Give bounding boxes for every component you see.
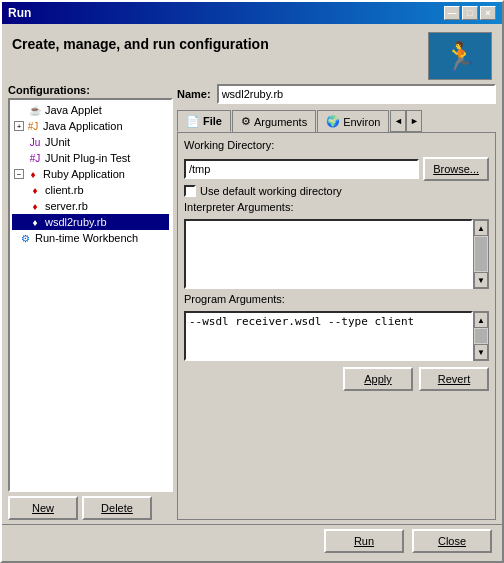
new-button[interactable]: New bbox=[8, 496, 78, 520]
tree-item-ruby-application[interactable]: − ♦ Ruby Application bbox=[12, 166, 169, 182]
prog-scroll-down-btn[interactable]: ▼ bbox=[474, 344, 488, 360]
tree-item-runtime-workbench[interactable]: ⚙ Run-time Workbench bbox=[12, 230, 169, 246]
server-rb-icon: ♦ bbox=[28, 199, 42, 213]
tree-item-java-applet[interactable]: ☕ Java Applet bbox=[12, 102, 169, 118]
tabs-row: 📄 File ⚙ Arguments 🌍 Environ ◄ ► bbox=[177, 110, 496, 132]
java-applet-label: Java Applet bbox=[45, 104, 102, 116]
apply-revert-row: Apply Revert bbox=[184, 367, 489, 391]
run-button[interactable]: Run bbox=[324, 529, 404, 553]
browse-button[interactable]: Browse... bbox=[423, 157, 489, 181]
configurations-label: Configurations: bbox=[8, 84, 173, 96]
file-tab-label: File bbox=[203, 115, 222, 127]
left-panel: Configurations: ☕ Java Applet + #J Java … bbox=[8, 84, 173, 520]
working-dir-row: Browse... bbox=[184, 157, 489, 181]
tab-arguments[interactable]: ⚙ Arguments bbox=[232, 110, 316, 132]
tree-item-junit-plugin[interactable]: #J JUnit Plug-in Test bbox=[12, 150, 169, 166]
main-content: Configurations: ☕ Java Applet + #J Java … bbox=[2, 80, 502, 524]
tree-item-wsdl2ruby-rb[interactable]: ♦ wsdl2ruby.rb bbox=[12, 214, 169, 230]
run-dialog: Run — □ × Create, manage, and run config… bbox=[0, 0, 504, 563]
use-default-label: Use default working directory bbox=[200, 185, 342, 197]
env-tab-label: Environ bbox=[343, 116, 380, 128]
run-icon-banner: 🏃 bbox=[428, 32, 492, 80]
interpreter-args-label: Interpreter Arguments: bbox=[184, 201, 489, 213]
junit-label: JUnit bbox=[45, 136, 70, 148]
tree-item-server-rb[interactable]: ♦ server.rb bbox=[12, 198, 169, 214]
program-args-area: ▲ ▼ bbox=[184, 311, 489, 361]
wsdl2ruby-icon: ♦ bbox=[28, 215, 42, 229]
tree-item-client-rb[interactable]: ♦ client.rb bbox=[12, 182, 169, 198]
interpreter-args-area: ▲ ▼ bbox=[184, 219, 489, 289]
junit-plugin-icon: #J bbox=[28, 151, 42, 165]
minimize-button[interactable]: — bbox=[444, 6, 460, 20]
args-tab-label: Arguments bbox=[254, 116, 307, 128]
name-label: Name: bbox=[177, 88, 211, 100]
wsdl2ruby-label: wsdl2ruby.rb bbox=[45, 216, 107, 228]
name-input[interactable] bbox=[217, 84, 496, 104]
interpreter-args-input[interactable] bbox=[184, 219, 473, 289]
close-dialog-button[interactable]: Close bbox=[412, 529, 492, 553]
program-args-label: Program Arguments: bbox=[184, 293, 489, 305]
tab-content: Working Directory: Browse... Use default… bbox=[177, 132, 496, 520]
ruby-app-icon: ♦ bbox=[26, 167, 40, 181]
java-application-label: Java Application bbox=[43, 120, 123, 132]
runtime-workbench-label: Run-time Workbench bbox=[35, 232, 138, 244]
java-app-toggle[interactable]: + bbox=[14, 121, 24, 131]
args-tab-icon: ⚙ bbox=[241, 115, 251, 128]
scroll-thumb[interactable] bbox=[475, 237, 487, 271]
title-bar-buttons: — □ × bbox=[444, 6, 496, 20]
scroll-up-btn[interactable]: ▲ bbox=[474, 220, 488, 236]
server-rb-label: server.rb bbox=[45, 200, 88, 212]
tab-file[interactable]: 📄 File bbox=[177, 110, 231, 132]
prog-scroll-thumb[interactable] bbox=[475, 329, 487, 343]
configurations-tree[interactable]: ☕ Java Applet + #J Java Application Ju J… bbox=[8, 98, 173, 492]
right-panel: Name: 📄 File ⚙ Arguments 🌍 Environ ◄ bbox=[177, 84, 496, 520]
program-args-input[interactable] bbox=[184, 311, 473, 361]
title-bar: Run — □ × bbox=[2, 2, 502, 24]
header-area: Create, manage, and run configuration 🏃 bbox=[2, 24, 502, 80]
wb-icon: ⚙ bbox=[18, 231, 32, 245]
apply-button[interactable]: Apply bbox=[343, 367, 413, 391]
working-dir-label: Working Directory: bbox=[184, 139, 489, 151]
left-panel-buttons: New Delete bbox=[8, 496, 173, 520]
java-app-icon: #J bbox=[26, 119, 40, 133]
name-row: Name: bbox=[177, 84, 496, 104]
run-figure-icon: 🏃 bbox=[443, 40, 478, 73]
tree-item-junit[interactable]: Ju JUnit bbox=[12, 134, 169, 150]
maximize-button[interactable]: □ bbox=[462, 6, 478, 20]
tab-nav-prev[interactable]: ◄ bbox=[390, 110, 406, 132]
interpreter-args-scrollbar[interactable]: ▲ ▼ bbox=[473, 219, 489, 289]
ruby-app-toggle[interactable]: − bbox=[14, 169, 24, 179]
junit-icon: Ju bbox=[28, 135, 42, 149]
bottom-bar: Run Close bbox=[2, 525, 502, 561]
delete-button[interactable]: Delete bbox=[82, 496, 152, 520]
use-default-row: Use default working directory bbox=[184, 185, 489, 197]
revert-button[interactable]: Revert bbox=[419, 367, 489, 391]
tab-nav-next[interactable]: ► bbox=[406, 110, 422, 132]
junit-plugin-label: JUnit Plug-in Test bbox=[45, 152, 130, 164]
close-button[interactable]: × bbox=[480, 6, 496, 20]
working-dir-input[interactable] bbox=[184, 159, 419, 179]
tab-environment[interactable]: 🌍 Environ bbox=[317, 110, 389, 132]
use-default-checkbox[interactable] bbox=[184, 185, 196, 197]
window-title: Run bbox=[8, 6, 31, 20]
tree-item-java-application[interactable]: + #J Java Application bbox=[12, 118, 169, 134]
env-tab-icon: 🌍 bbox=[326, 115, 340, 128]
client-rb-icon: ♦ bbox=[28, 183, 42, 197]
program-args-scrollbar[interactable]: ▲ ▼ bbox=[473, 311, 489, 361]
scroll-down-btn[interactable]: ▼ bbox=[474, 272, 488, 288]
file-tab-icon: 📄 bbox=[186, 115, 200, 128]
client-rb-label: client.rb bbox=[45, 184, 84, 196]
ruby-application-label: Ruby Application bbox=[43, 168, 125, 180]
prog-scroll-up-btn[interactable]: ▲ bbox=[474, 312, 488, 328]
header-text: Create, manage, and run configuration bbox=[12, 32, 428, 52]
java-applet-icon: ☕ bbox=[28, 103, 42, 117]
